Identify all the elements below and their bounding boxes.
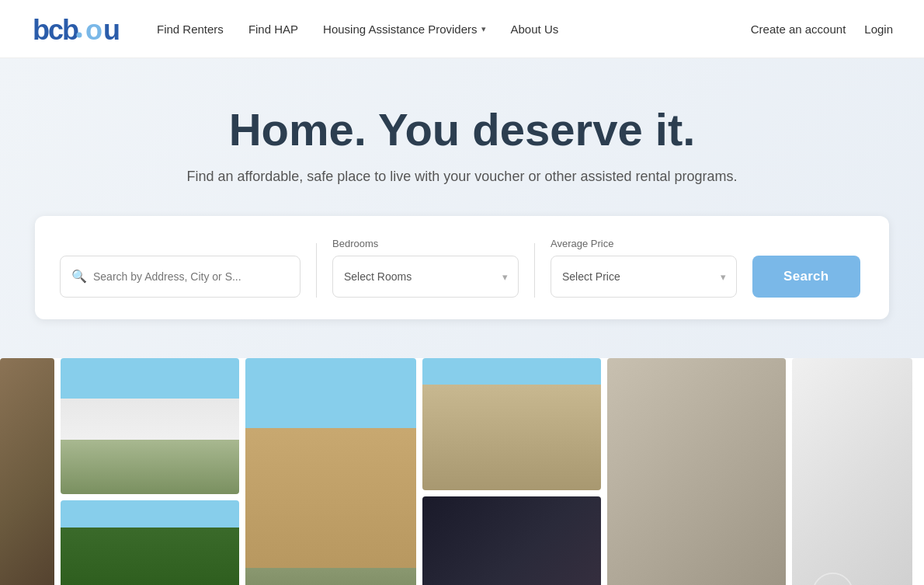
divider-vertical [316, 243, 317, 298]
svg-text:Q: Q [820, 582, 835, 585]
svg-text:u: u [103, 14, 120, 46]
bedrooms-label: Bedrooms [332, 238, 519, 249]
price-select-wrap: Select Price Under $500 $500 - $1000 $10… [551, 256, 737, 298]
create-account-link[interactable]: Create an account [751, 23, 846, 36]
search-icon: 🔍 [71, 269, 87, 284]
chevron-down-icon: ▾ [481, 24, 486, 34]
search-button[interactable]: Search [752, 256, 860, 298]
logo[interactable]: b c b o u [31, 12, 132, 47]
gallery-photo-6 [422, 496, 601, 585]
nav-find-hap[interactable]: Find HAP [248, 23, 298, 36]
svg-point-3 [77, 32, 82, 37]
gallery-col-4 [422, 358, 601, 585]
svg-text:b: b [62, 14, 79, 46]
login-link[interactable]: Login [864, 23, 893, 36]
price-field: Average Price Select Price Under $500 $5… [551, 238, 737, 298]
bedrooms-field: Bedrooms Select Rooms Studio 1 Bedroom 2… [332, 238, 519, 298]
revain-logo-icon: Q [811, 572, 854, 585]
search-row: 🔍 Bedrooms Select Rooms Studio 1 Bedroom… [60, 238, 864, 298]
divider-vertical-2 [534, 243, 535, 298]
gallery-col-2 [61, 358, 239, 585]
address-input-wrap[interactable]: 🔍 [60, 256, 300, 298]
nav-left: b c b o u Find Renters Find HAP Housing … [31, 12, 558, 47]
gallery-wrapper: Q Revain [0, 358, 924, 585]
bedrooms-select[interactable]: Select Rooms Studio 1 Bedroom 2 Bedrooms… [332, 256, 519, 298]
svg-text:b: b [33, 14, 50, 46]
gallery-photo-4 [245, 358, 416, 585]
gallery-photo-3 [61, 500, 239, 585]
nav-housing-assistance-label: Housing Assistance Providers [323, 23, 477, 36]
gallery-col-6 [792, 358, 912, 585]
address-field: 🔍 [60, 256, 300, 298]
gallery-photo-1 [0, 358, 54, 585]
hero-section: Home. You deserve it. Find an affordable… [0, 58, 924, 358]
address-input[interactable] [93, 270, 289, 283]
svg-text:o: o [85, 14, 102, 46]
gallery-col-5 [607, 358, 786, 585]
nav-housing-assistance[interactable]: Housing Assistance Providers ▾ [323, 23, 485, 36]
hero-title: Home. You deserve it. [31, 105, 893, 155]
gallery-photo-2 [61, 358, 239, 494]
price-select[interactable]: Select Price Under $500 $500 - $1000 $10… [551, 256, 737, 298]
gallery-photo-5 [422, 358, 601, 490]
navbar: b c b o u Find Renters Find HAP Housing … [0, 0, 924, 58]
bedrooms-select-wrap: Select Rooms Studio 1 Bedroom 2 Bedrooms… [332, 256, 519, 298]
nav-find-renters[interactable]: Find Renters [157, 23, 224, 36]
gallery-photo-8 [792, 358, 912, 585]
search-box: 🔍 Bedrooms Select Rooms Studio 1 Bedroom… [35, 216, 889, 319]
nav-right: Create an account Login [751, 23, 893, 36]
gallery-photo-7 [607, 358, 786, 585]
gallery-col-3 [245, 358, 416, 585]
revain-watermark: Q Revain [811, 572, 916, 585]
price-label: Average Price [551, 238, 737, 249]
photo-gallery [0, 358, 924, 585]
hero-subtitle: Find an affordable, safe place to live w… [31, 169, 893, 185]
nav-about-us[interactable]: About Us [511, 23, 559, 36]
